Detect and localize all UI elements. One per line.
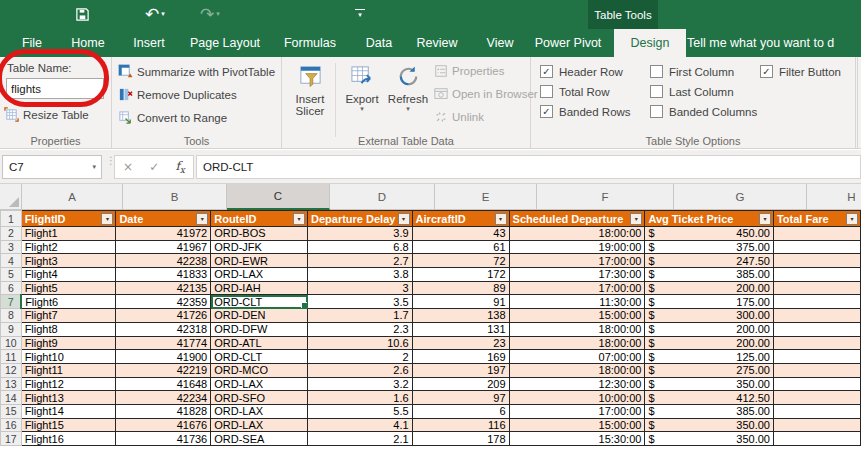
cell-F8[interactable]: 15:00:00 [509, 309, 645, 323]
cell-H14[interactable] [773, 391, 860, 405]
row-header-4[interactable]: 4 [1, 254, 22, 268]
row-header-15[interactable]: 15 [1, 404, 22, 418]
cell-D11[interactable]: 2 [308, 350, 413, 364]
column-header-H[interactable]: H [807, 184, 861, 210]
cell-G15[interactable]: $385.00 [645, 404, 774, 418]
cell-A6[interactable]: Flight5 [21, 281, 116, 295]
cell-C15[interactable]: ORD-LAX [211, 404, 308, 418]
table-header-routeid[interactable]: RouteID▾ [211, 211, 308, 227]
remove-duplicates-button[interactable]: Remove Duplicates [118, 87, 237, 102]
cell-H7[interactable] [773, 295, 860, 309]
cell-F13[interactable]: 12:30:00 [509, 377, 645, 391]
table-header-departure-delay[interactable]: Departure Delay▾ [308, 211, 413, 227]
cell-G14[interactable]: $412.50 [645, 391, 774, 405]
insert-slicer-button[interactable]: Insert Slicer [286, 61, 334, 133]
cell-A12[interactable]: Flight11 [21, 363, 116, 377]
cancel-icon[interactable]: × [123, 160, 133, 174]
cell-H12[interactable] [773, 363, 860, 377]
cell-H17[interactable] [773, 432, 860, 446]
column-header-A[interactable]: A [22, 184, 123, 210]
cell-A2[interactable]: Flight1 [21, 227, 116, 241]
cell-E9[interactable]: 131 [412, 322, 509, 336]
cell-D6[interactable]: 3 [308, 281, 413, 295]
filter-button-icon[interactable]: ▾ [101, 213, 113, 225]
cell-E7[interactable]: 91 [412, 295, 509, 309]
cell-D17[interactable]: 2.1 [308, 432, 413, 446]
cell-E11[interactable]: 169 [412, 350, 509, 364]
cell-D14[interactable]: 1.6 [308, 391, 413, 405]
cell-D16[interactable]: 4.1 [308, 418, 413, 432]
row-header-12[interactable]: 12 [1, 363, 22, 377]
cell-C2[interactable]: ORD-BOS [211, 227, 308, 241]
cell-H9[interactable] [773, 322, 860, 336]
column-header-D[interactable]: D [330, 184, 435, 210]
cell-E16[interactable]: 116 [412, 418, 509, 432]
cell-C16[interactable]: ORD-LAX [211, 418, 308, 432]
checkbox-banded-rows[interactable]: ✓Banded Rows [540, 105, 631, 118]
cell-E2[interactable]: 43 [412, 227, 509, 241]
row-header-7[interactable]: 7 [1, 295, 22, 309]
refresh-button[interactable]: Refresh ▾ [384, 61, 432, 133]
cell-F4[interactable]: 17:00:00 [509, 254, 645, 268]
checkbox-banded-columns[interactable]: Banded Columns [650, 105, 757, 118]
cell-B7[interactable]: 42359 [116, 295, 211, 309]
cell-E4[interactable]: 72 [412, 254, 509, 268]
cell-E14[interactable]: 97 [412, 391, 509, 405]
cell-A17[interactable]: Flight16 [21, 432, 116, 446]
table-name-input[interactable] [6, 78, 104, 99]
cell-G13[interactable]: $350.00 [645, 377, 774, 391]
cell-C10[interactable]: ORD-ATL [211, 336, 308, 350]
cell-H10[interactable] [773, 336, 860, 350]
table-header-flightid[interactable]: FlightID▾ [21, 211, 116, 227]
tab-data[interactable]: Data [360, 29, 398, 57]
cell-F12[interactable]: 18:00:00 [509, 363, 645, 377]
cell-C17[interactable]: ORD-SEA [211, 432, 308, 446]
tab-formulas[interactable]: Formulas [276, 29, 344, 57]
cell-E15[interactable]: 6 [412, 404, 509, 418]
cell-A11[interactable]: Flight10 [21, 350, 116, 364]
row-header-6[interactable]: 6 [1, 281, 22, 295]
name-box-dropdown-icon[interactable]: ▾ [92, 163, 96, 171]
row-header-2[interactable]: 2 [1, 227, 22, 241]
cell-E17[interactable]: 178 [412, 432, 509, 446]
cell-D7[interactable]: 3.5 [308, 295, 413, 309]
cell-E6[interactable]: 89 [412, 281, 509, 295]
cell-F10[interactable]: 18:00:00 [509, 336, 645, 350]
row-header-14[interactable]: 14 [1, 391, 22, 405]
cell-D10[interactable]: 10.6 [308, 336, 413, 350]
cell-F15[interactable]: 17:00:00 [509, 404, 645, 418]
tell-me-box[interactable]: Tell me what you want to d [668, 29, 834, 57]
cell-A14[interactable]: Flight13 [21, 391, 116, 405]
cell-H4[interactable] [773, 254, 860, 268]
cell-B9[interactable]: 42318 [116, 322, 211, 336]
cell-E3[interactable]: 61 [412, 240, 509, 254]
cell-A16[interactable]: Flight15 [21, 418, 116, 432]
cell-G17[interactable]: $350.00 [645, 432, 774, 446]
cell-H15[interactable] [773, 404, 860, 418]
cell-B13[interactable]: 41648 [116, 377, 211, 391]
cell-G9[interactable]: $200.00 [645, 322, 774, 336]
tab-design[interactable]: Design [614, 29, 686, 57]
cell-C14[interactable]: ORD-SFO [211, 391, 308, 405]
cell-D8[interactable]: 1.7 [308, 309, 413, 323]
cell-F14[interactable]: 10:00:00 [509, 391, 645, 405]
cell-G2[interactable]: $450.00 [645, 227, 774, 241]
row-header-16[interactable]: 16 [1, 418, 22, 432]
cell-C7[interactable]: ORD-CLT [211, 295, 308, 309]
cell-C9[interactable]: ORD-DFW [211, 322, 308, 336]
cell-A3[interactable]: Flight2 [21, 240, 116, 254]
tab-file[interactable]: File [10, 29, 54, 57]
cell-D12[interactable]: 2.6 [308, 363, 413, 377]
row-header-10[interactable]: 10 [1, 336, 22, 350]
row-header-8[interactable]: 8 [1, 309, 22, 323]
cell-F3[interactable]: 19:00:00 [509, 240, 645, 254]
tab-power-pivot[interactable]: Power Pivot [528, 29, 608, 57]
cell-F7[interactable]: 11:30:00 [509, 295, 645, 309]
column-header-B[interactable]: B [123, 184, 227, 210]
formula-input[interactable]: ORD-CLT [196, 155, 861, 179]
checkbox-total-row[interactable]: Total Row [540, 85, 631, 98]
cell-H11[interactable] [773, 350, 860, 364]
table-header-aircraftid[interactable]: AircraftID▾ [412, 211, 509, 227]
cell-F9[interactable]: 18:00:00 [509, 322, 645, 336]
filter-button-icon[interactable]: ▾ [293, 213, 305, 225]
